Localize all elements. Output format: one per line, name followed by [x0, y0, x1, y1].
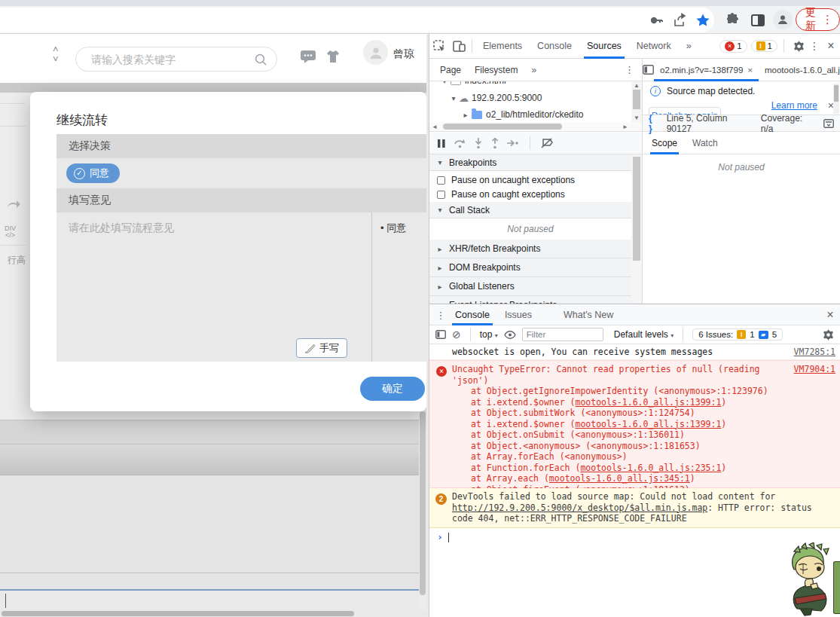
inspect-element-icon[interactable]	[429, 40, 449, 53]
opinion-textarea[interactable]: 请在此处填写流程意见	[69, 221, 174, 235]
nav-tab-filesystem[interactable]: Filesystem	[475, 65, 518, 75]
xhr-breakpoints-header[interactable]: ▸ XHR/fetch Breakpoints	[429, 240, 631, 258]
console-settings-gear-icon[interactable]	[823, 329, 834, 341]
stack-source-link[interactable]: mootools-1.6.0_all.js:235:1	[580, 463, 721, 473]
drawer-tab-whats-new[interactable]: What's New	[556, 305, 621, 325]
dom-breakpoints-header[interactable]: ▸ DOM Breakpoints	[429, 258, 631, 277]
settings-gear-icon[interactable]	[790, 41, 807, 52]
tab-close-icon[interactable]: ×	[747, 66, 753, 75]
drawer-tab-console[interactable]: Console	[447, 305, 497, 325]
tab-sources[interactable]: Sources	[579, 34, 629, 59]
eye-icon[interactable]	[504, 331, 516, 339]
tab-elements[interactable]: Elements	[475, 34, 530, 59]
issue-count-badge[interactable]: ! 1	[751, 40, 777, 52]
scroll-up-icon[interactable]: ▲	[631, 82, 642, 89]
agree-decision-button[interactable]: ✓ 同意	[66, 163, 120, 183]
pause-caught-checkbox[interactable]	[437, 191, 445, 199]
search-box[interactable]	[75, 47, 277, 72]
breakpoints-section-header[interactable]: ▾ Breakpoints	[429, 154, 631, 171]
scroll-right-icon[interactable]: ►	[622, 124, 628, 130]
stack-source-link[interactable]: mootools-1.6.0_all.js:1399:1	[575, 397, 721, 408]
stack-source-link[interactable]: mootools-1.6.0_all.js:345:1	[549, 473, 690, 484]
user-avatar[interactable]	[363, 40, 388, 65]
search-icon[interactable]	[254, 53, 267, 66]
coverage-panel-icon[interactable]	[823, 119, 834, 128]
step-into-icon[interactable]	[474, 138, 483, 149]
tree-horizontal-scrollbar[interactable]: ◄ ►	[429, 122, 642, 132]
pretty-print-icon[interactable]: { }	[649, 113, 661, 134]
step-over-icon[interactable]	[454, 138, 466, 148]
tab-network[interactable]: Network	[629, 34, 679, 59]
pause-uncaught-row[interactable]: Pause on uncaught exceptions	[429, 173, 631, 188]
context-selector[interactable]: top ▾	[480, 329, 498, 340]
learn-more-link[interactable]: Learn more	[771, 100, 817, 111]
browser-profile-avatar[interactable]	[773, 10, 793, 29]
devtools-kebab-icon[interactable]: ⋮	[807, 40, 822, 52]
confirm-button[interactable]: 确定	[360, 377, 425, 401]
issues-chip[interactable]: 6 Issues: ! 1 ▰ 5	[692, 328, 783, 341]
chrome-update-button[interactable]: 更新 ⋮	[796, 8, 840, 31]
source-map-url-link[interactable]: http://192.9.200.5:9000/x_desktop/$all.m…	[452, 502, 707, 513]
drawer-kebab-icon[interactable]: ⋮	[434, 310, 447, 321]
nav-kebab-icon[interactable]: ⋮	[625, 64, 634, 75]
tree-item-folder[interactable]: ▸ o2_lib/htmleditor/ckedito	[429, 106, 631, 122]
scroll-down-icon[interactable]: ▼	[631, 115, 642, 121]
share-icon[interactable]	[673, 13, 688, 28]
scroll-left-icon[interactable]: ◄	[432, 124, 438, 130]
tab-scope[interactable]: Scope	[652, 133, 677, 154]
tree-item-index[interactable]: ▾ index.html	[429, 81, 631, 89]
nav-tab-page[interactable]: Page	[440, 65, 461, 75]
warning-count-badge[interactable]: 2	[435, 493, 447, 505]
message-icon[interactable]	[300, 49, 316, 64]
source-link[interactable]: VM7285:1	[794, 347, 835, 358]
tab-console[interactable]: Console	[530, 34, 579, 59]
console-filter-input[interactable]	[522, 328, 603, 341]
drawer-close-icon[interactable]: ×	[820, 308, 840, 322]
deactivate-breakpoints-icon[interactable]	[541, 138, 553, 148]
tab-watch[interactable]: Watch	[692, 133, 718, 154]
app-vertical-scrollbar[interactable]	[419, 411, 426, 611]
theme-shirt-icon[interactable]	[325, 49, 341, 64]
sidebar-scrollbar[interactable]	[631, 154, 642, 304]
tree-expand-icon[interactable]: ▾	[440, 81, 449, 85]
call-stack-section-header[interactable]: ▾ Call Stack	[429, 202, 631, 218]
drawer-tab-issues[interactable]: Issues	[497, 305, 539, 325]
source-link[interactable]: VM7904:1	[794, 364, 835, 386]
console-sidebar-icon[interactable]	[435, 330, 446, 339]
stack-source-link[interactable]: mootools-1.6.0_all.js:1399:1	[575, 419, 721, 429]
device-toolbar-icon[interactable]	[449, 40, 469, 53]
log-levels-selector[interactable]: Default levels ▾	[614, 329, 674, 340]
username[interactable]: 曾琼	[393, 47, 414, 61]
extensions-puzzle-icon[interactable]	[725, 13, 740, 28]
tree-item-host[interactable]: ▾ ☁ 192.9.200.5:9000	[429, 90, 631, 106]
pause-caught-row[interactable]: Pause on caught exceptions	[429, 187, 631, 202]
devtools-close-icon[interactable]: ×	[822, 39, 840, 53]
console-prompt[interactable]: ›	[429, 530, 840, 545]
global-listeners-header[interactable]: ▸ Global Listeners	[429, 277, 631, 296]
step-out-icon[interactable]	[490, 138, 499, 149]
more-tabs-icon[interactable]: »	[679, 34, 699, 59]
browser-menu-kebab-icon[interactable]: ⋮	[822, 13, 833, 26]
collapse-chevrons[interactable]: ˄ ˅	[53, 44, 59, 64]
tree-collapsed-icon[interactable]: ▸	[461, 111, 470, 119]
address-bar[interactable]	[0, 8, 714, 32]
navigator-toggle-icon[interactable]	[643, 65, 654, 75]
password-key-icon[interactable]	[649, 13, 664, 28]
tree-expand-icon[interactable]: ▾	[449, 94, 458, 102]
file-tab-o2min[interactable]: o2.min.js?v=-138f799 ×	[654, 59, 759, 81]
chevron-down-icon[interactable]: ˅	[53, 54, 59, 64]
bookmark-star-icon[interactable]	[695, 13, 710, 28]
side-panel-icon[interactable]	[750, 13, 765, 28]
opinion-quick-option[interactable]: • 同意	[380, 221, 406, 235]
pause-script-icon[interactable]	[437, 139, 446, 148]
clear-console-icon[interactable]: ⊘	[452, 328, 461, 341]
step-icon[interactable]	[507, 139, 519, 147]
tree-vertical-scrollbar[interactable]: ▲ ▼	[631, 81, 642, 122]
file-tab-mootools[interactable]: mootools-1.6.0_all.js	[759, 59, 840, 81]
error-count-badge[interactable]: × 1	[719, 40, 747, 53]
nav-more-icon[interactable]: »	[531, 65, 536, 75]
editor-scrollbar[interactable]	[833, 84, 839, 114]
app-horizontal-scrollbar[interactable]	[0, 610, 426, 617]
search-input[interactable]	[90, 53, 254, 66]
handwrite-button[interactable]: 手写	[296, 338, 347, 358]
